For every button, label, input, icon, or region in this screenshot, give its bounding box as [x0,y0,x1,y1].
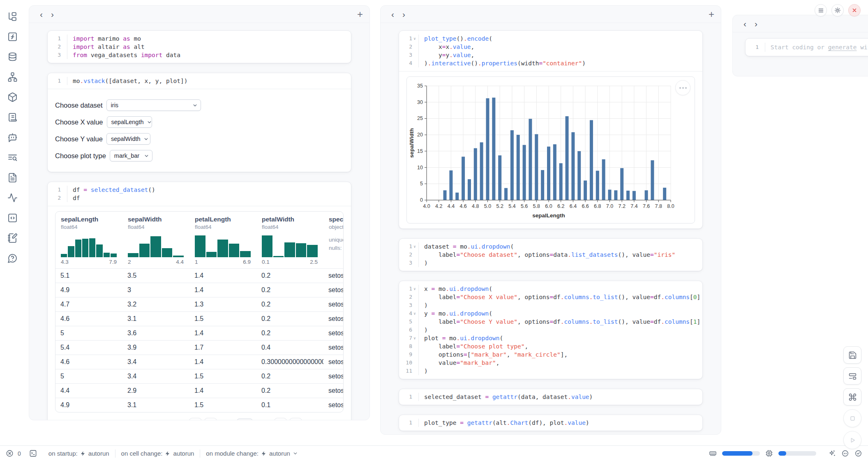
code-content[interactable]: mo.vstack([dataset, x, y, plot]) [67,77,187,85]
code-line[interactable]: 1df = selected_dataset() [48,186,351,194]
code-line[interactable]: 8 label="Choose plot type", [399,342,702,350]
script-log-panel-button[interactable] [5,110,20,124]
code-line[interactable]: 2 label="Choose X value", options=df.col… [399,293,702,301]
code-content[interactable]: ) [419,259,428,267]
copilot-icon[interactable] [841,449,849,457]
code-line[interactable]: 10 value="mark_bar", [399,359,702,367]
code-line[interactable]: 4).interactive().properties(width="conta… [399,59,702,67]
table-row[interactable]: 4.93.11.50.1setosa [55,398,343,413]
code-line[interactable]: 6) [399,326,702,334]
code-line[interactable]: 1plot_type = getattr(alt.Chart(df), plot… [399,419,702,427]
table-row[interactable]: 4.73.21.30.2setosa [55,297,343,312]
table-row[interactable]: 4.42.91.40.2setosa [55,384,343,398]
layout-toggle-button[interactable] [843,367,861,385]
file-tree-panel-button[interactable] [5,9,20,24]
table-row[interactable]: 4.931.40.2setosa [55,283,343,297]
column-prev-button[interactable]: ‹ [387,10,398,18]
first-page-button[interactable]: « [189,418,202,420]
code-line[interactable]: 1∨plot_type().encode( [399,35,702,43]
code-line[interactable]: 5 label="Choose Y value", options=df.col… [399,318,702,326]
code-line[interactable]: 3 y=y.value, [399,51,702,59]
dropdown-choose-x-value[interactable]: sepalLength [107,116,152,128]
code-content[interactable]: ).interactive().properties(width="contai… [419,59,586,67]
run-button[interactable] [843,431,861,449]
fold-chevron-icon[interactable]: ∨ [412,285,417,293]
column-next-button[interactable]: › [47,10,58,18]
code-content[interactable]: df [67,194,80,202]
fold-chevron-icon[interactable]: ∨ [412,334,417,342]
code-line[interactable]: 3from vega_datasets import data [48,51,351,59]
column-header-sepalWidth[interactable]: sepalWidthfloat6424.4 [122,212,189,269]
code-content[interactable]: plot = mo.ui.dropdown( [419,334,503,342]
code-content[interactable]: ) [419,301,428,309]
column-header-species[interactable]: speciesobjectunique:nulls: [323,212,343,269]
column-prev-button[interactable]: ‹ [36,10,47,18]
code-line[interactable]: 4∨y = mo.ui.dropdown( [399,309,702,318]
code-line[interactable]: 2 x=x.value, [399,43,702,51]
code-content[interactable]: label="Choose plot type", [419,342,528,350]
code-content[interactable]: ) [419,326,428,334]
column-next-button[interactable]: › [398,10,409,18]
help-panel-button[interactable] [5,251,20,265]
code-line[interactable]: 2import altair as alt [48,43,351,51]
fold-chevron-icon[interactable]: ∨ [412,309,417,318]
code-line[interactable]: 1selected_dataset = getattr(data, datase… [399,393,702,401]
ai-chat-panel-button[interactable] [5,130,20,145]
code-content[interactable]: y = mo.ui.dropdown( [419,309,492,318]
code-line[interactable]: 3) [399,259,702,267]
fold-chevron-icon[interactable]: ∨ [412,35,417,43]
code-content[interactable]: import marimo as mo [67,35,141,43]
code-content[interactable]: x=x.value, [419,43,474,51]
code-content[interactable]: from vega_datasets import data [67,51,180,59]
code-line[interactable]: 1∨dataset = mo.ui.dropdown( [399,242,702,251]
column-header-petalWidth[interactable]: petalWidthfloat640.12.5 [256,212,323,269]
code-line[interactable]: 9 options=["mark_bar", "mark_circle"], [399,350,702,359]
code-content[interactable]: label="Choose dataset", options=data.lis… [419,251,675,259]
prev-page-button[interactable]: ‹ [204,418,217,420]
snippets-panel-button[interactable] [5,210,20,225]
column-header-sepalLength[interactable]: sepalLengthfloat644.37.9 [55,212,122,269]
add-cell-button[interactable]: + [709,9,714,19]
cell-scratch[interactable]: 1 Start coding or generate with AI [745,38,868,56]
code-content[interactable]: import altair as alt [67,43,145,51]
menu-button[interactable] [815,4,827,16]
vega-chart[interactable]: 4.04.24.44.64.85.05.25.45.65.86.06.26.46… [406,76,695,224]
code-content[interactable]: selected_dataset = getattr(data, dataset… [419,393,593,401]
terminal-icon[interactable] [29,449,37,457]
table-row[interactable]: 53.61.40.2setosa [55,326,343,341]
documentation-panel-button[interactable] [5,170,20,185]
code-content[interactable]: ) [419,367,428,375]
code-line[interactable]: 1import marimo as mo [48,35,351,43]
code-content[interactable]: dataset = mo.ui.dropdown( [419,242,514,251]
fold-chevron-icon[interactable]: ∨ [412,242,417,251]
function-square-panel-button[interactable] [5,29,20,44]
activity-panel-button[interactable] [5,190,20,205]
keyboard-shortcuts-button[interactable] [843,388,861,406]
code-content[interactable]: label="Choose Y value", options=df.colum… [419,318,700,326]
code-content[interactable]: x = mo.ui.dropdown( [419,285,492,293]
table-row[interactable]: 5.43.91.70.4setosa [55,341,343,355]
column-prev-button[interactable]: ‹ [739,19,750,28]
table-row[interactable]: 53.41.50.2setosa [55,369,343,384]
generate-link[interactable]: generate [828,44,857,51]
code-placeholder[interactable]: Start coding or generate with AI [765,43,868,52]
code-content[interactable]: plot_type().encode( [419,35,492,43]
code-content[interactable]: options=["mark_bar", "mark_circle"], [419,350,568,359]
table-row[interactable]: 4.63.11.50.2setosa [55,312,343,326]
ai-sparkles-icon[interactable] [828,449,836,457]
code-line[interactable]: 11) [399,367,702,375]
connection-status-icon[interactable] [854,449,862,457]
save-button[interactable] [843,346,861,364]
chart-actions-button[interactable] [675,80,690,95]
dropdown-choose-y-value[interactable]: sepalWidth [106,133,150,145]
settings-button[interactable] [831,4,844,16]
column-next-button[interactable]: › [750,19,762,28]
scratchpad-panel-button[interactable] [5,230,20,245]
code-line[interactable]: 2df [48,194,351,202]
code-line[interactable]: 7∨plot = mo.ui.dropdown( [399,334,702,342]
stop-button[interactable] [843,409,861,427]
errors-icon[interactable] [6,449,14,457]
code-content[interactable]: plot_type = getattr(alt.Chart(df), plot.… [419,419,589,427]
code-content[interactable]: y=y.value, [419,51,474,59]
search-icon[interactable] [57,420,64,421]
